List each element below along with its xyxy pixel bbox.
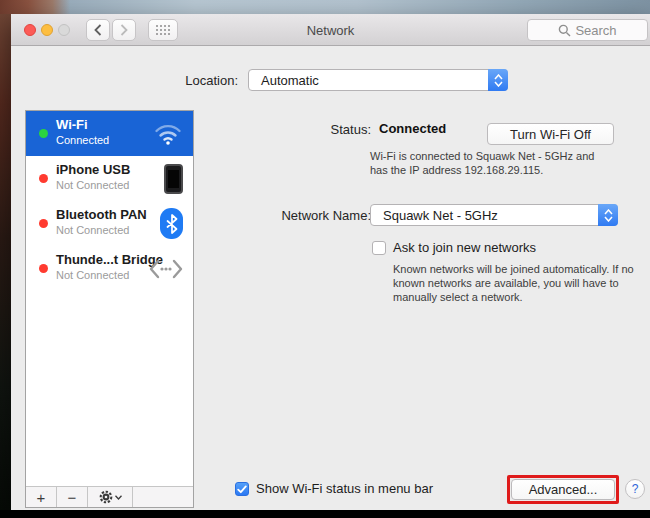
location-label: Location:: [136, 73, 238, 88]
search-placeholder: Search: [575, 23, 616, 38]
sidebar-item-bluetooth-pan[interactable]: Bluetooth PAN Not Connected: [26, 201, 193, 246]
sidebar-item-wifi[interactable]: Wi-Fi Connected: [26, 111, 193, 156]
interface-name: Bluetooth PAN: [56, 207, 147, 222]
show-wifi-menubar-label: Show Wi-Fi status in menu bar: [256, 481, 433, 496]
desktop-wallpaper-rock: [0, 0, 70, 14]
ask-to-join-label: Ask to join new networks: [393, 240, 536, 255]
remove-interface-button[interactable]: −: [57, 487, 88, 507]
desktop-wallpaper-left: [0, 14, 11, 510]
search-icon: [558, 24, 571, 37]
help-button[interactable]: ?: [625, 479, 645, 499]
iphone-icon: [164, 156, 183, 201]
annotation-highlight-rect: Advanced...: [507, 475, 619, 504]
status-dot-red: [39, 219, 48, 228]
forward-button[interactable]: [112, 19, 136, 41]
bluetooth-icon: [160, 201, 183, 246]
status-value: Connected: [379, 121, 446, 136]
status-dot-red: [39, 174, 48, 183]
location-value: Automatic: [261, 73, 319, 88]
interface-status: Not Connected: [56, 269, 129, 281]
interface-name: iPhone USB: [56, 162, 130, 177]
interface-status: Not Connected: [56, 224, 129, 236]
location-dropdown[interactable]: Automatic: [248, 69, 508, 91]
interface-list-toolbar: + −: [26, 486, 193, 507]
add-interface-button[interactable]: +: [26, 487, 57, 507]
dropdown-stepper-icon: [598, 204, 618, 226]
network-preferences-window: Network Search Location: Automa: [11, 14, 650, 510]
network-name-dropdown[interactable]: Squawk Net - 5GHz: [370, 204, 618, 226]
advanced-button[interactable]: Advanced...: [511, 479, 615, 500]
back-button[interactable]: [86, 19, 110, 41]
ask-to-join-checkbox[interactable]: [372, 241, 386, 255]
chevron-left-icon: [94, 24, 102, 36]
sidebar-item-iphone-usb[interactable]: iPhone USB Not Connected: [26, 156, 193, 201]
desktop-wallpaper-top: [0, 0, 650, 14]
search-input[interactable]: Search: [527, 19, 648, 41]
turn-wifi-off-button[interactable]: Turn Wi-Fi Off: [487, 123, 614, 145]
desktop-edge-bottom: [0, 510, 650, 518]
interface-name: Thunde...t Bridge: [56, 252, 163, 267]
checkmark-icon: [237, 485, 247, 494]
close-button[interactable]: [24, 24, 36, 36]
chevron-down-icon: [115, 495, 122, 500]
screenshot-root: Network Search Location: Automa: [0, 0, 650, 518]
thunderbolt-bridge-icon: [149, 246, 183, 291]
status-dot-red: [39, 264, 48, 273]
interface-status: Connected: [56, 134, 109, 146]
wifi-icon: [153, 111, 183, 156]
minimize-button[interactable]: [41, 24, 53, 36]
network-name-value: Squawk Net - 5GHz: [383, 208, 498, 223]
show-all-button[interactable]: [148, 19, 178, 41]
interface-name: Wi-Fi: [56, 117, 88, 132]
show-wifi-menubar-checkbox[interactable]: [235, 482, 249, 496]
interface-list: Wi-Fi Connected iPhone USB Not Connected: [25, 110, 194, 508]
titlebar: Network Search: [11, 14, 650, 46]
status-label: Status:: [221, 122, 371, 137]
gear-icon: [99, 490, 113, 504]
grid-icon: [156, 25, 171, 36]
chevron-right-icon: [120, 24, 128, 36]
status-dot-green: [39, 129, 48, 138]
zoom-button: [58, 24, 70, 36]
action-menu-button[interactable]: [88, 487, 133, 507]
network-name-label: Network Name:: [221, 208, 371, 223]
status-description: Wi-Fi is connected to Squawk Net - 5GHz …: [370, 149, 606, 177]
dropdown-stepper-icon: [488, 69, 508, 91]
sidebar-item-thunderbolt-bridge[interactable]: Thunde...t Bridge Not Connected: [26, 246, 193, 291]
interface-status: Not Connected: [56, 179, 129, 191]
ask-to-join-description: Known networks will be joined automatica…: [393, 262, 645, 304]
